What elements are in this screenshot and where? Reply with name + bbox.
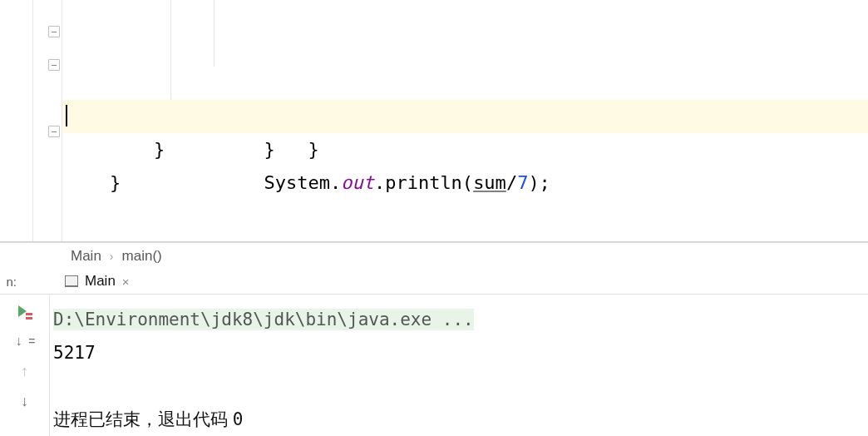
arrow-down-icon: ↓ (21, 394, 28, 409)
code-line[interactable]: sum+=365; (62, 0, 868, 33)
console-stdout: 5217 (53, 336, 868, 369)
sort-icon (17, 334, 32, 349)
code-text: .println( (374, 172, 473, 193)
rerun-icon (17, 303, 33, 320)
run-tool-tabs: n: Main × (0, 269, 868, 294)
fold-handle-icon[interactable] (48, 59, 60, 71)
fold-gutter[interactable] (33, 0, 62, 241)
toggle-soft-wrap-button[interactable] (15, 331, 35, 351)
console-exit-message: 进程已结束，退出代码 0 (53, 403, 868, 436)
down-button[interactable]: ↓ (15, 391, 35, 411)
code-text: System. (131, 172, 341, 193)
breadcrumb-method[interactable]: main() (122, 248, 162, 265)
chevron-right-icon: › (110, 250, 114, 263)
code-editor[interactable]: sum+=365; } } System.out.println(sum/7);… (0, 0, 868, 242)
up-button[interactable]: ↑ (15, 361, 35, 381)
run-tab[interactable]: Main (85, 273, 116, 290)
run-console: ↑ ↓ D:\Environment\jdk8\jdk\bin\java.exe… (0, 294, 868, 436)
exit-prefix: 进程已结束，退出代码 (53, 409, 233, 429)
fold-handle-icon[interactable] (48, 26, 60, 37)
field-ref: out (341, 172, 374, 193)
code-line[interactable]: } (62, 67, 868, 100)
close-icon[interactable]: × (122, 275, 130, 289)
console-output[interactable]: D:\Environment\jdk8\jdk\bin\java.exe ...… (50, 295, 868, 436)
code-text: ); (528, 172, 550, 193)
code-line-current[interactable]: System.out.println(sum/7); (62, 100, 868, 133)
run-label: n: (0, 275, 17, 289)
number-literal: 7 (517, 172, 528, 193)
arrow-up-icon: ↑ (21, 364, 28, 379)
code-text: } (131, 139, 274, 160)
console-command: D:\Environment\jdk8\jdk\bin\java.exe ... (53, 309, 474, 330)
console-toolbar: ↑ ↓ (0, 295, 50, 436)
line-number-gutter (0, 0, 33, 241)
variable-ref: sum (473, 172, 506, 193)
rerun-button[interactable] (15, 301, 35, 321)
breadcrumb[interactable]: Main › main() (0, 242, 868, 269)
application-icon (65, 275, 78, 287)
exit-code: 0 (233, 409, 244, 429)
code-content[interactable]: sum+=365; } } System.out.println(sum/7);… (62, 0, 868, 241)
code-text: / (506, 172, 517, 193)
text-caret (66, 105, 67, 126)
fold-handle-icon[interactable] (48, 126, 60, 137)
breadcrumb-class[interactable]: Main (71, 248, 101, 265)
code-line[interactable]: } (62, 33, 868, 67)
